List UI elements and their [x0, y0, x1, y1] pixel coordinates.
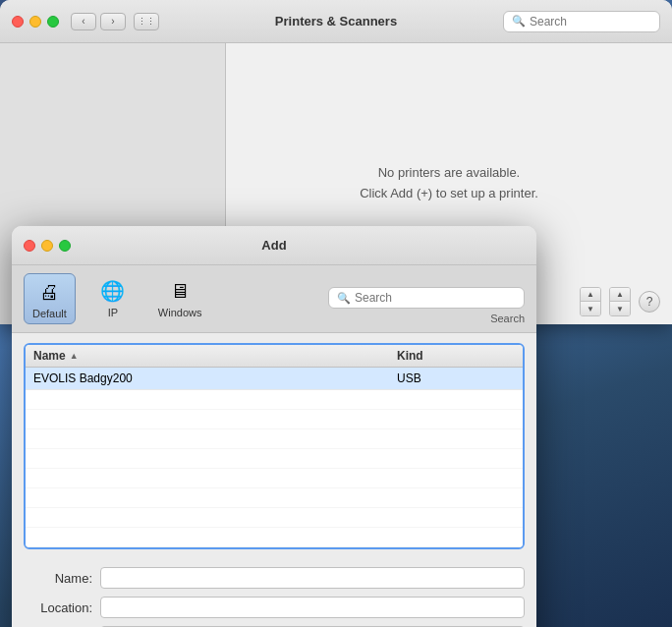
ip-icon: 🌐 — [99, 277, 127, 305]
dialog-close-button[interactable] — [24, 240, 35, 252]
list-header: Name ▲ Kind — [26, 345, 523, 368]
form-area: Name: Location: Use: ▲ ▼ — [12, 559, 536, 627]
toolbar-default-label: Default — [32, 308, 67, 319]
dialog-search-icon: 🔍 — [337, 292, 351, 305]
dialog-toolbar: 🖨 Default 🌐 IP 🖥 Windows 🔍 Search — [12, 265, 536, 333]
name-label: Name: — [24, 571, 92, 586]
main-search-icon: 🔍 — [512, 15, 526, 28]
stepper2-down-button[interactable]: ▼ — [610, 302, 630, 315]
printer-kind-cell: USB — [397, 371, 515, 385]
no-printers-line1: No printers are available. — [360, 163, 538, 184]
stepper2-up-button[interactable]: ▲ — [610, 288, 630, 302]
toolbar-group: 🖨 Default 🌐 IP 🖥 Windows — [24, 273, 209, 324]
list-empty-area — [26, 390, 523, 547]
dialog-traffic-lights — [12, 240, 71, 252]
table-row[interactable]: EVOLIS Badgy200 USB — [26, 368, 523, 390]
name-input[interactable] — [100, 567, 525, 589]
main-title-bar: ‹ › ⋮⋮ Printers & Scanners 🔍 — [0, 0, 672, 43]
maximize-button[interactable] — [47, 16, 59, 28]
add-dialog: Add 🖨 Default 🌐 IP 🖥 Windows 🔍 Search — [12, 226, 536, 627]
no-printers-message: No printers are available. Click Add (+)… — [360, 163, 538, 204]
close-button[interactable] — [12, 16, 24, 28]
location-input[interactable] — [100, 597, 525, 618]
main-traffic-lights — [0, 16, 59, 28]
forward-button[interactable]: › — [100, 13, 126, 30]
main-search-bar[interactable]: 🔍 — [503, 11, 660, 32]
grid-view-button[interactable]: ⋮⋮ — [134, 13, 159, 30]
dialog-title: Add — [261, 238, 286, 253]
main-window-title: Printers & Scanners — [275, 14, 397, 28]
stepper-down-button[interactable]: ▼ — [581, 302, 600, 315]
main-search-input[interactable] — [530, 15, 651, 28]
toolbar-search-area: 🔍 Search — [328, 287, 525, 324]
help-button[interactable]: ? — [639, 291, 660, 313]
windows-icon: 🖥 — [166, 277, 194, 305]
printer-list-container: Name ▲ Kind EVOLIS Badgy200 USB — [24, 343, 525, 549]
dialog-search-input[interactable] — [355, 291, 516, 305]
toolbar-item-default[interactable]: 🖨 Default — [24, 273, 76, 324]
sort-arrow-icon: ▲ — [70, 351, 79, 361]
list-header-kind: Kind — [397, 349, 515, 363]
toolbar-item-windows[interactable]: 🖥 Windows — [150, 273, 210, 324]
list-header-name[interactable]: Name ▲ — [33, 349, 397, 363]
toolbar-windows-label: Windows — [158, 307, 202, 318]
nav-buttons: ‹ › ⋮⋮ — [71, 13, 159, 30]
dialog-search-bar[interactable]: 🔍 — [328, 287, 525, 309]
name-form-row: Name: — [24, 567, 525, 589]
printer-icon: 🖨 — [35, 278, 63, 306]
minimize-button[interactable] — [29, 16, 41, 28]
dialog-maximize-button[interactable] — [59, 240, 71, 252]
location-form-row: Location: — [24, 597, 525, 618]
no-printers-line2: Click Add (+) to set up a printer. — [360, 184, 538, 204]
dialog-minimize-button[interactable] — [41, 240, 53, 252]
toolbar-ip-label: IP — [108, 307, 118, 318]
toolbar-item-ip[interactable]: 🌐 IP — [91, 273, 135, 324]
stepper-up-button[interactable]: ▲ — [581, 288, 600, 302]
back-button[interactable]: ‹ — [71, 13, 96, 30]
location-label: Location: — [24, 600, 92, 615]
dialog-search-label: Search — [490, 313, 525, 324]
printer-name-cell: EVOLIS Badgy200 — [33, 371, 397, 385]
dialog-title-bar: Add — [12, 226, 536, 265]
